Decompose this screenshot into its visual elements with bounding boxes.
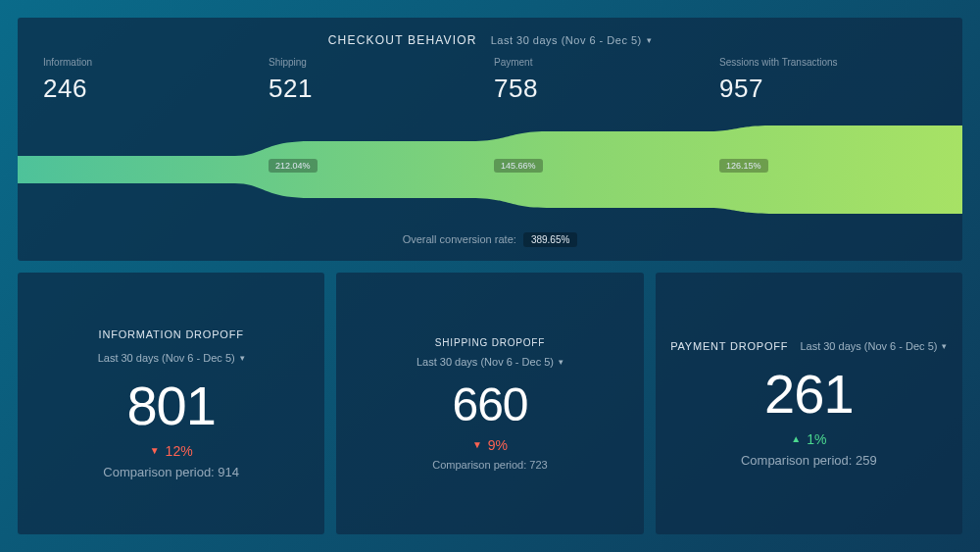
stage-shipping: Shipping 521: [265, 57, 490, 104]
stage-label: Information: [43, 57, 265, 68]
dropoff-cards-row: INFORMATION DROPOFF Last 30 days (Nov 6 …: [18, 273, 962, 534]
change-indicator: ▲ 1%: [791, 431, 826, 447]
card-header: PAYMENT DROPOFF Last 30 days (Nov 6 - De…: [670, 340, 947, 352]
funnel-area: [18, 116, 962, 224]
stage-transactions: Sessions with Transactions 957: [715, 57, 941, 104]
panel-header: CHECKOUT BEHAVIOR Last 30 days (Nov 6 - …: [39, 33, 941, 47]
information-dropoff-card: INFORMATION DROPOFF Last 30 days (Nov 6 …: [18, 273, 324, 534]
change-indicator: ▼ 12%: [150, 443, 193, 459]
stage-label: Sessions with Transactions: [719, 57, 941, 68]
comparison-text: Comparison period: 259: [741, 453, 877, 468]
period-selector[interactable]: Last 30 days (Nov 6 - Dec 5) ▾: [98, 352, 245, 364]
overall-value: 389.65%: [523, 232, 577, 247]
metric-value: 261: [764, 362, 853, 426]
period-selector[interactable]: Last 30 days (Nov 6 - Dec 5) ▾: [416, 356, 564, 368]
chevron-down-icon: ▾: [240, 353, 245, 363]
period-selector[interactable]: Last 30 days (Nov 6 - Dec 5) ▾: [491, 34, 653, 46]
stage-value: 758: [494, 74, 538, 103]
stage-value: 246: [43, 74, 87, 103]
stage-value: 521: [269, 74, 313, 103]
change-indicator: ▼ 9%: [472, 437, 508, 453]
chevron-down-icon: ▾: [559, 357, 564, 367]
payment-dropoff-card: PAYMENT DROPOFF Last 30 days (Nov 6 - De…: [656, 273, 962, 534]
period-label: Last 30 days (Nov 6 - Dec 5): [98, 352, 235, 364]
card-header: INFORMATION DROPOFF Last 30 days (Nov 6 …: [31, 328, 311, 364]
change-pct: 12%: [166, 443, 193, 459]
stage-information: Information 246: [39, 57, 265, 104]
card-title: PAYMENT DROPOFF: [670, 340, 788, 352]
arrow-up-icon: ▲: [791, 433, 801, 444]
stage-payment: Payment 758: [490, 57, 715, 104]
comparison-text: Comparison period: 914: [103, 465, 239, 479]
period-selector[interactable]: Last 30 days (Nov 6 - Dec 5) ▾: [800, 340, 947, 352]
period-label: Last 30 days (Nov 6 - Dec 5): [491, 34, 642, 46]
period-label: Last 30 days (Nov 6 - Dec 5): [800, 340, 937, 352]
stage-headers: Information 246 Shipping 521 Payment 758…: [39, 57, 941, 104]
panel-title: CHECKOUT BEHAVIOR: [328, 33, 477, 47]
funnel-svg: [18, 116, 962, 224]
comparison-text: Comparison period: 723: [432, 459, 547, 471]
dashboard: CHECKOUT BEHAVIOR Last 30 days (Nov 6 - …: [0, 0, 980, 552]
metric-value: 801: [126, 374, 215, 437]
stage-label: Payment: [494, 57, 715, 68]
overall-label: Overall conversion rate:: [403, 233, 516, 245]
change-pct: 1%: [807, 431, 826, 447]
funnel-chart: Information 246 Shipping 521 Payment 758…: [39, 57, 941, 232]
stage-value: 957: [719, 74, 763, 103]
metric-value: 660: [452, 377, 527, 431]
overall-conversion: Overall conversion rate: 389.65%: [39, 232, 941, 247]
stage-label: Shipping: [269, 57, 490, 68]
arrow-down-icon: ▼: [150, 445, 160, 456]
card-title: INFORMATION DROPOFF: [99, 328, 244, 340]
card-header: SHIPPING DROPOFF Last 30 days (Nov 6 - D…: [416, 337, 564, 368]
chevron-down-icon: ▾: [647, 35, 653, 45]
shipping-dropoff-card: SHIPPING DROPOFF Last 30 days (Nov 6 - D…: [336, 273, 643, 534]
card-title: SHIPPING DROPOFF: [435, 337, 545, 348]
chevron-down-icon: ▾: [942, 341, 947, 351]
change-pct: 9%: [488, 437, 508, 453]
checkout-behavior-panel: CHECKOUT BEHAVIOR Last 30 days (Nov 6 - …: [18, 18, 962, 261]
arrow-down-icon: ▼: [472, 439, 482, 450]
period-label: Last 30 days (Nov 6 - Dec 5): [416, 356, 554, 368]
